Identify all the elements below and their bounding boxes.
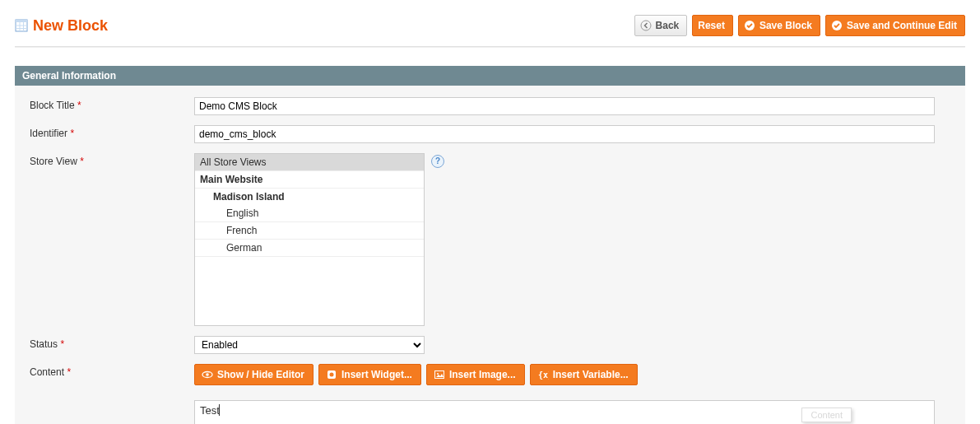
back-button[interactable]: Back <box>634 15 688 36</box>
divider <box>15 46 965 48</box>
identifier-label: Identifier * <box>30 125 194 139</box>
grid-icon <box>15 19 28 32</box>
section-header: General Information <box>15 66 965 86</box>
insert-image-label: Insert Image... <box>449 367 516 382</box>
svg-point-6 <box>641 21 651 30</box>
block-title-label: Block Title * <box>30 97 194 111</box>
svg-point-12 <box>330 373 334 377</box>
insert-image-button[interactable]: Insert Image... <box>426 364 525 385</box>
content-value: Test <box>200 404 220 417</box>
save-button-label: Save Block <box>759 18 812 33</box>
editor-toolbar: Show / Hide Editor Insert Widget... Inse… <box>194 364 935 385</box>
svg-text:{x}: {x} <box>538 370 549 380</box>
insert-widget-label: Insert Widget... <box>341 367 412 382</box>
svg-point-10 <box>206 373 209 376</box>
page-title-wrap: New Block <box>15 17 108 35</box>
store-view-option[interactable]: French <box>195 222 424 240</box>
store-view-option[interactable]: Madison Island <box>195 189 424 205</box>
store-view-option[interactable]: English <box>195 205 424 222</box>
variable-icon: {x} <box>537 369 549 380</box>
insert-widget-button[interactable]: Insert Widget... <box>318 364 421 385</box>
check-circle-icon <box>831 20 843 31</box>
status-label: Status * <box>30 336 194 350</box>
reset-button[interactable]: Reset <box>692 15 733 36</box>
content-label: Content * <box>30 364 194 378</box>
save-continue-button[interactable]: Save and Continue Edit <box>825 15 965 36</box>
block-title-input[interactable] <box>194 97 935 115</box>
store-view-option[interactable]: German <box>195 240 424 257</box>
store-view-label: Store View * <box>30 153 194 167</box>
content-tooltip: Content <box>801 408 852 422</box>
toggle-editor-button[interactable]: Show / Hide Editor <box>194 364 314 385</box>
insert-variable-label: Insert Variable... <box>553 367 629 382</box>
toggle-editor-label: Show / Hide Editor <box>217 367 304 382</box>
svg-point-14 <box>437 373 439 375</box>
reset-button-label: Reset <box>698 18 725 33</box>
save-button[interactable]: Save Block <box>738 15 820 36</box>
image-icon <box>434 369 445 380</box>
identifier-input[interactable] <box>194 125 935 143</box>
svg-rect-13 <box>434 371 444 379</box>
text-caret <box>219 404 220 416</box>
status-select[interactable]: EnabledDisabled <box>194 336 425 354</box>
eye-icon <box>202 369 213 380</box>
insert-variable-button[interactable]: {x} Insert Variable... <box>530 364 638 385</box>
store-view-multiselect[interactable]: All Store ViewsMain WebsiteMadison Islan… <box>194 153 425 326</box>
page-title: New Block <box>33 17 108 35</box>
save-continue-button-label: Save and Continue Edit <box>847 18 957 33</box>
store-view-option[interactable]: Main Website <box>195 171 424 189</box>
back-arrow-icon <box>640 20 652 31</box>
svg-rect-1 <box>16 20 27 22</box>
content-textarea[interactable]: Test Content <box>194 400 935 424</box>
widget-icon <box>326 369 337 380</box>
back-button-label: Back <box>656 18 680 33</box>
check-circle-icon <box>744 20 755 31</box>
action-buttons: Back Reset Save Block Save and Continue … <box>634 15 965 36</box>
store-view-option[interactable]: All Store Views <box>195 154 424 171</box>
help-icon[interactable]: ? <box>431 155 444 168</box>
